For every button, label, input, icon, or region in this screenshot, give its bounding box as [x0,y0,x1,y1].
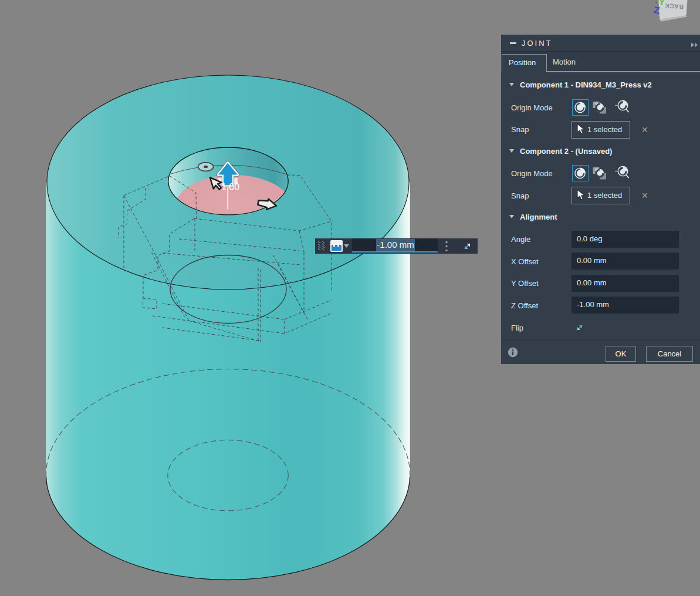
svg-text:BACK: BACK [664,2,684,11]
svg-text:1.00: 1.00 [221,182,239,192]
svg-text:Y: Y [659,0,665,7]
